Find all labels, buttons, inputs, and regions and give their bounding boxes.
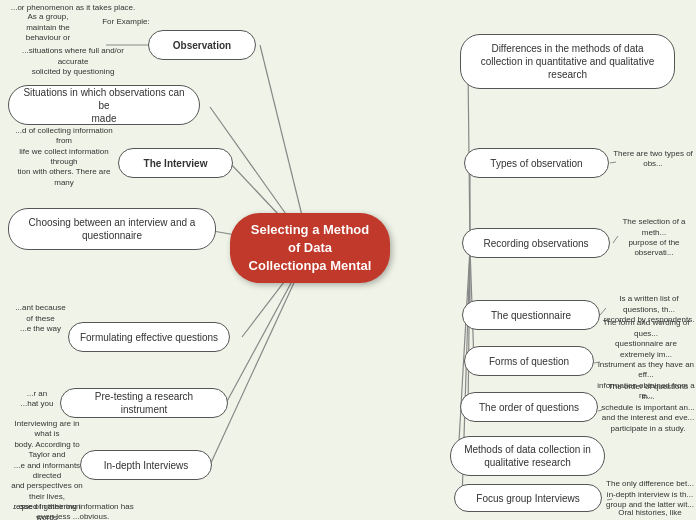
formulating-node: Formulating effective questions bbox=[68, 322, 230, 352]
bottom-text-node: ...que of gathering information has even… bbox=[8, 502, 138, 520]
formulating-text-left: ...ant becauseof these...e the way bbox=[8, 298, 73, 340]
forms-q-text: The form and wording of ques...questionn… bbox=[597, 334, 695, 386]
questionnaire-node: The questionnaire bbox=[462, 300, 600, 330]
methods-qual-node: Methods of data collection inqualitative… bbox=[450, 436, 605, 476]
observation-node: Observation bbox=[148, 30, 256, 60]
pretesting-node: Pre-testing a research instrument bbox=[60, 388, 228, 418]
obs-group-text: As a group,maintain thebehaviour or bbox=[8, 14, 88, 42]
focus-node: Focus group Interviews bbox=[454, 484, 602, 512]
obs-situations-text: ...situations where full and/or accurate… bbox=[8, 48, 138, 76]
choosing-node: Choosing between an interview and aquest… bbox=[8, 208, 216, 250]
types-obs-text: There are two types of obs... bbox=[612, 148, 694, 170]
oral-text: Oral histories, like narratives, involve… bbox=[605, 508, 695, 520]
indepth-node: In-depth Interviews bbox=[80, 450, 212, 480]
center-node: Selecting a Method of Data Collectionpa … bbox=[230, 213, 390, 283]
order-q-text: The order of questions in...schedule is … bbox=[601, 382, 695, 434]
pretesting-text-left: ...r an...hat you bbox=[8, 385, 66, 413]
forms-q-node: Forms of question bbox=[464, 346, 594, 376]
recording-text: The selection of a meth...purpose of the… bbox=[613, 222, 695, 254]
interview-text-node: ...d of collecting information fromlife … bbox=[8, 135, 120, 179]
order-q-node: The order of questions bbox=[460, 392, 598, 422]
recording-node: Recording observations bbox=[462, 228, 610, 258]
types-obs-node: Types of observation bbox=[464, 148, 609, 178]
differences-node: Differences in the methods of datacollec… bbox=[460, 34, 675, 89]
indepth-text-left: Interviewing are in what isbody. Accordi… bbox=[8, 437, 86, 505]
obs-forexample-text: For Example: bbox=[96, 14, 156, 30]
situations-obs-node: Situations in which observations can bem… bbox=[8, 85, 200, 125]
interview-node: The Interview bbox=[118, 148, 233, 178]
